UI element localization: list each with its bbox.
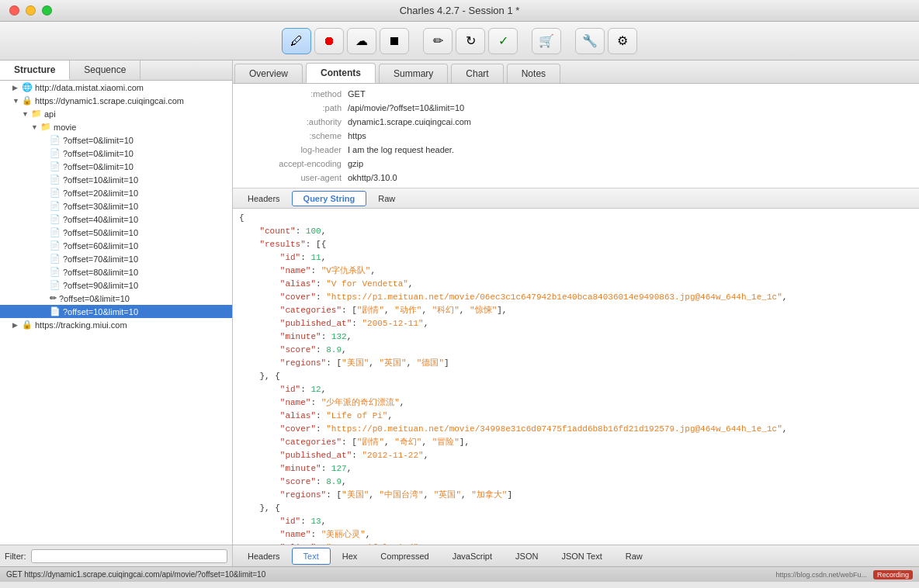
close-button[interactable] xyxy=(9,5,19,16)
tree-item-req5[interactable]: ▶ 📄 ?offset=20&limit=10 xyxy=(0,186,232,199)
info-value: https xyxy=(348,130,366,142)
info-key: :scheme xyxy=(239,130,348,142)
main-layout: Structure Sequence ▶ 🌐 http://data.mista… xyxy=(0,61,919,566)
info-key: :authority xyxy=(239,116,348,128)
bottom-tabs: Headers Text Hex Compressed JavaScript J… xyxy=(233,545,919,566)
status-bar: GET https://dynamic1.scrape.cuiqingcai.c… xyxy=(0,566,919,582)
bottom-tab-compressed[interactable]: Compressed xyxy=(369,548,440,565)
bottom-tab-json[interactable]: JSON xyxy=(504,548,550,565)
minimize-button[interactable] xyxy=(26,5,36,16)
filter-input[interactable] xyxy=(31,549,228,563)
bottom-tab-hex[interactable]: Hex xyxy=(331,548,369,565)
sub-tabs: Headers Query String Raw xyxy=(233,189,919,209)
item-label: ?offset=90&limit=10 xyxy=(63,281,138,290)
tab-chart[interactable]: Chart xyxy=(451,64,503,83)
item-label: https://dynamic1.scrape.cuiqingcai.com xyxy=(35,96,184,105)
gear-button[interactable]: ⚙ xyxy=(608,28,637,54)
json-content-area[interactable]: { "count": 100, "results": [{ "id": 11, … xyxy=(233,209,919,545)
folder-icon: 📁 xyxy=(31,109,42,119)
file-icon: 📄 xyxy=(50,306,61,316)
item-label: ?offset=30&limit=10 xyxy=(63,202,138,211)
tree-item-req9[interactable]: ▶ 📄 ?offset=60&limit=10 xyxy=(0,239,232,252)
info-scheme: :scheme https xyxy=(233,129,919,143)
info-log-header: log-header I am the log request header. xyxy=(233,143,919,157)
pen-button[interactable]: 🖊 xyxy=(282,28,311,54)
tree-item-movie[interactable]: ▼ 📁 movie xyxy=(0,120,232,133)
file-icon: 📄 xyxy=(50,254,61,264)
file-icon: 📄 xyxy=(50,267,61,277)
item-label: ?offset=50&limit=10 xyxy=(63,228,138,237)
recording-badge: Recording xyxy=(873,570,913,579)
info-value: /api/movie/?offset=10&limit=10 xyxy=(348,102,464,114)
item-label: ?offset=40&limit=10 xyxy=(63,215,138,224)
watermark-text: https://blog.csdn.net/webFu... xyxy=(775,571,867,579)
item-label-selected: ?offset=10&limit=10 xyxy=(63,307,138,316)
spacer: ▶ xyxy=(40,255,50,263)
item-label: ?offset=20&limit=10 xyxy=(63,189,138,198)
tree-item-req2[interactable]: ▶ 📄 ?offset=0&limit=10 xyxy=(0,147,232,160)
tree-item-req4[interactable]: ▶ 📄 ?offset=10&limit=10 xyxy=(0,173,232,186)
file-icon: 📄 xyxy=(50,280,61,290)
sidebar: Structure Sequence ▶ 🌐 http://data.mista… xyxy=(0,61,233,566)
filter-bar: Filter: xyxy=(0,545,232,566)
info-key: :path xyxy=(239,102,348,114)
tree-item-req13[interactable]: ▶ ✏ ?offset=0&limit=10 xyxy=(0,292,232,305)
tree-item-mistat[interactable]: ▶ 🌐 http://data.mistat.xiaomi.com xyxy=(0,81,232,94)
sidebar-tree: ▶ 🌐 http://data.mistat.xiaomi.com ▼ 🔒 ht… xyxy=(0,81,232,545)
cart-button[interactable]: 🛒 xyxy=(532,28,561,54)
tree-item-api[interactable]: ▼ 📁 api xyxy=(0,107,232,120)
window-controls[interactable] xyxy=(9,5,52,16)
filter-label: Filter: xyxy=(5,552,26,561)
info-value: dynamic1.scrape.cuiqingcai.com xyxy=(348,116,471,128)
spacer: ▶ xyxy=(40,189,50,197)
bottom-tab-jsontext[interactable]: JSON Text xyxy=(550,548,613,565)
tree-item-req1[interactable]: ▶ 📄 ?offset=0&limit=10 xyxy=(0,133,232,147)
spacer: ▶ xyxy=(40,150,50,157)
status-url: GET https://dynamic1.scrape.cuiqingcai.c… xyxy=(6,570,265,579)
arrow-icon: ▼ xyxy=(31,123,40,131)
bottom-tab-text[interactable]: Text xyxy=(292,548,331,565)
spacer: ▶ xyxy=(40,268,50,276)
tab-summary[interactable]: Summary xyxy=(379,64,448,83)
tree-item-req14-selected[interactable]: ▶ 📄 ?offset=10&limit=10 xyxy=(0,305,232,318)
spacer: ▶ xyxy=(40,308,50,316)
tree-item-tracking[interactable]: ▶ 🔒 https://tracking.miui.com xyxy=(0,318,232,331)
info-value: I am the log request header. xyxy=(348,144,454,156)
record-button[interactable]: ⏺ xyxy=(314,28,344,54)
info-key: log-header xyxy=(239,144,348,156)
json-brace: { "count": 100, "results": [{ "id": 11, … xyxy=(239,213,787,545)
tab-sequence[interactable]: Sequence xyxy=(70,61,140,80)
spacer: ▶ xyxy=(40,242,50,250)
spacer: ▶ xyxy=(40,176,50,184)
edit-button[interactable]: ✏ xyxy=(423,28,453,54)
tree-item-dynamic1[interactable]: ▼ 🔒 https://dynamic1.scrape.cuiqingcai.c… xyxy=(0,94,232,107)
bottom-tab-raw[interactable]: Raw xyxy=(614,548,654,565)
tree-item-req6[interactable]: ▶ 📄 ?offset=30&limit=10 xyxy=(0,199,232,213)
item-label: movie xyxy=(54,123,76,132)
refresh-button[interactable]: ↻ xyxy=(456,28,485,54)
tree-item-req10[interactable]: ▶ 📄 ?offset=70&limit=10 xyxy=(0,252,232,265)
subtab-raw[interactable]: Raw xyxy=(366,191,407,206)
tree-item-req8[interactable]: ▶ 📄 ?offset=50&limit=10 xyxy=(0,226,232,239)
item-label: ?offset=0&limit=10 xyxy=(63,149,134,158)
tree-item-req11[interactable]: ▶ 📄 ?offset=80&limit=10 xyxy=(0,265,232,278)
stop-button[interactable]: ⏹ xyxy=(380,28,409,54)
cloud-button[interactable]: ☁ xyxy=(347,28,376,54)
item-label: ?offset=0&limit=10 xyxy=(59,294,130,303)
subtab-querystring[interactable]: Query String xyxy=(292,191,367,206)
https-icon: 🔒 xyxy=(22,320,33,330)
tree-item-req3[interactable]: ▶ 📄 ?offset=0&limit=10 xyxy=(0,160,232,173)
bottom-tab-headers[interactable]: Headers xyxy=(236,548,292,565)
tree-item-req12[interactable]: ▶ 📄 ?offset=90&limit=10 xyxy=(0,278,232,292)
subtab-headers[interactable]: Headers xyxy=(236,191,292,206)
tab-structure[interactable]: Structure xyxy=(0,61,70,80)
window-title: Charles 4.2.7 - Session 1 * xyxy=(400,5,520,16)
check-button[interactable]: ✓ xyxy=(488,28,518,54)
tab-contents[interactable]: Contents xyxy=(306,63,376,83)
bottom-tab-javascript[interactable]: JavaScript xyxy=(441,548,504,565)
maximize-button[interactable] xyxy=(42,5,52,16)
wrench-button[interactable]: 🔧 xyxy=(575,28,605,54)
tab-notes[interactable]: Notes xyxy=(507,64,560,83)
tab-overview[interactable]: Overview xyxy=(234,64,303,83)
tree-item-req7[interactable]: ▶ 📄 ?offset=40&limit=10 xyxy=(0,213,232,226)
